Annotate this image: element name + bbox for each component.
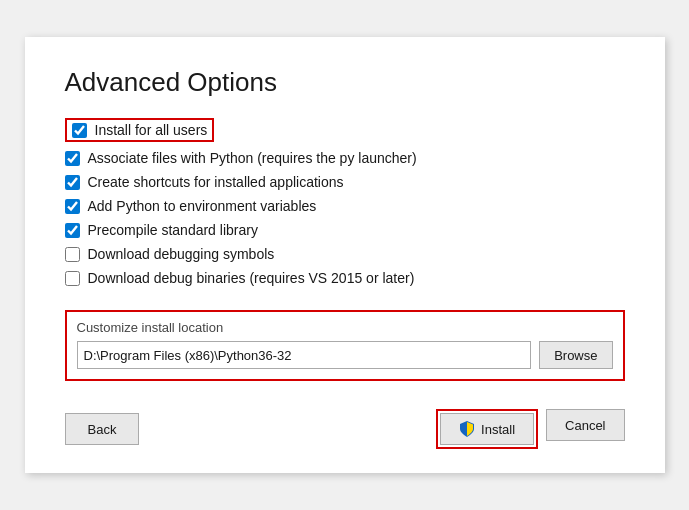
checkbox-env-variables[interactable] (65, 199, 80, 214)
option-label-1[interactable]: Install for all users (95, 122, 208, 138)
option-label-7[interactable]: Download debug binaries (requires VS 201… (88, 270, 415, 286)
option-label-5[interactable]: Precompile standard library (88, 222, 258, 238)
option-label-2[interactable]: Associate files with Python (requires th… (88, 150, 417, 166)
option-item-7: Download debug binaries (requires VS 201… (65, 270, 625, 286)
options-list: Install for all users Associate files wi… (65, 118, 625, 286)
browse-button[interactable]: Browse (539, 341, 612, 369)
install-location-row: Browse (77, 341, 613, 369)
dialog-title: Advanced Options (65, 67, 625, 98)
option-item-2: Associate files with Python (requires th… (65, 150, 625, 166)
checkbox-install-all-users[interactable] (72, 123, 87, 138)
option-item-1: Install for all users (65, 118, 215, 142)
install-button-wrapper: Install (436, 409, 538, 449)
option-item-4: Add Python to environment variables (65, 198, 625, 214)
option-item-3: Create shortcuts for installed applicati… (65, 174, 625, 190)
checkbox-debug-symbols[interactable] (65, 247, 80, 262)
shield-icon (459, 421, 475, 437)
cancel-button[interactable]: Cancel (546, 409, 624, 441)
option-item-5: Precompile standard library (65, 222, 625, 238)
checkbox-associate-files[interactable] (65, 151, 80, 166)
option-item-6: Download debugging symbols (65, 246, 625, 262)
checkbox-debug-binaries[interactable] (65, 271, 80, 286)
install-location-label: Customize install location (77, 320, 613, 335)
option-label-4[interactable]: Add Python to environment variables (88, 198, 317, 214)
advanced-options-dialog: Advanced Options Install for all users A… (25, 37, 665, 473)
footer: Back Install (65, 409, 625, 449)
install-button[interactable]: Install (440, 413, 534, 445)
checkbox-precompile[interactable] (65, 223, 80, 238)
option-label-6[interactable]: Download debugging symbols (88, 246, 275, 262)
install-location-section: Customize install location Browse (65, 310, 625, 381)
install-path-input[interactable] (77, 341, 532, 369)
checkbox-create-shortcuts[interactable] (65, 175, 80, 190)
option-label-3[interactable]: Create shortcuts for installed applicati… (88, 174, 344, 190)
back-button[interactable]: Back (65, 413, 140, 445)
install-button-label: Install (481, 422, 515, 437)
right-buttons: Install Cancel (436, 409, 624, 449)
